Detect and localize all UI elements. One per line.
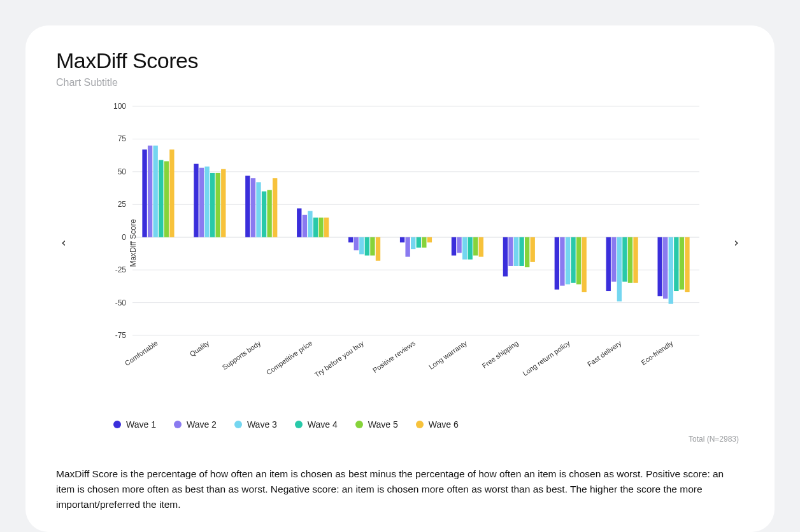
legend-label: Wave 3 — [247, 419, 277, 430]
category-label: Long warranty — [427, 339, 468, 371]
bar-chart-svg: -75-50-250255075100ComfortableQualitySup… — [94, 100, 706, 386]
bar — [308, 211, 312, 237]
legend-item[interactable]: Wave 3 — [234, 419, 277, 430]
bar — [633, 237, 638, 283]
bar — [256, 182, 261, 237]
legend-label: Wave 4 — [308, 419, 338, 430]
bar — [169, 150, 174, 237]
legend-label: Wave 2 — [187, 419, 217, 430]
legend-swatch — [234, 421, 242, 428]
bar — [142, 150, 146, 237]
bar — [669, 237, 673, 304]
bar — [267, 190, 271, 237]
bar — [519, 237, 524, 266]
bar — [560, 237, 564, 286]
bar — [427, 237, 432, 242]
bar — [411, 237, 415, 249]
bar — [566, 237, 570, 284]
bar — [468, 237, 473, 260]
bar — [297, 208, 301, 237]
legend-swatch — [416, 421, 424, 428]
chart-plot-area: MaxDiff Score -75-50-250255075100Comfort… — [71, 100, 729, 386]
category-label: Try before you buy — [313, 339, 366, 379]
svg-text:0: 0 — [122, 233, 126, 242]
bar — [400, 237, 404, 242]
bar — [405, 237, 410, 257]
bar — [674, 237, 678, 291]
bar — [582, 237, 586, 292]
bar — [473, 237, 478, 256]
legend-item[interactable]: Wave 6 — [416, 419, 459, 430]
bar — [680, 237, 684, 290]
bar — [628, 237, 632, 283]
legend-label: Wave 6 — [429, 419, 459, 430]
legend-label: Wave 1 — [126, 419, 156, 430]
category-label: Free shipping — [480, 339, 519, 370]
category-label: Quality — [189, 339, 211, 358]
chart-card: MaxDiff Scores Chart Subtitle MaxDiff Sc… — [25, 25, 775, 532]
prev-chart-button[interactable] — [56, 235, 71, 251]
category-label: Supports body — [220, 339, 262, 372]
bar — [204, 167, 209, 237]
bar — [514, 237, 518, 266]
category-label: Fast delivery — [586, 339, 623, 368]
bar — [525, 237, 529, 267]
bar — [148, 146, 152, 237]
bar — [221, 169, 225, 237]
bar — [422, 237, 426, 248]
bar — [657, 237, 662, 297]
bar — [571, 237, 575, 283]
chart-footnote: Total (N=2983) — [56, 435, 739, 444]
bar — [359, 237, 364, 255]
bar — [365, 237, 369, 256]
category-label: Positive reviews — [371, 339, 417, 374]
bar — [503, 237, 508, 277]
legend-item[interactable]: Wave 2 — [174, 419, 217, 430]
legend-item[interactable]: Wave 1 — [113, 419, 156, 430]
bar — [303, 215, 307, 237]
bar — [153, 146, 157, 237]
legend-item[interactable]: Wave 5 — [355, 419, 398, 430]
bar — [617, 237, 622, 302]
svg-text:-75: -75 — [115, 331, 127, 340]
bar — [376, 237, 380, 261]
chart-title: MaxDiff Scores — [56, 48, 744, 73]
legend-swatch — [355, 421, 363, 428]
bar — [194, 164, 198, 237]
category-label: Competitive price — [265, 339, 313, 377]
legend-swatch — [295, 421, 303, 428]
bar — [199, 168, 204, 237]
chart-legend: Wave 1Wave 2Wave 3Wave 4Wave 5Wave 6 — [113, 419, 744, 430]
bar — [576, 237, 581, 284]
svg-text:50: 50 — [118, 167, 127, 176]
bar — [479, 237, 483, 257]
bar — [354, 237, 359, 251]
legend-swatch — [113, 421, 121, 428]
bar — [531, 237, 535, 262]
chart-subtitle: Chart Subtitle — [56, 77, 744, 88]
bar — [273, 178, 277, 237]
svg-text:75: 75 — [118, 134, 127, 143]
svg-text:-50: -50 — [115, 298, 127, 307]
svg-text:-25: -25 — [115, 265, 127, 274]
category-label: Long return policy — [521, 339, 571, 377]
bar — [663, 237, 668, 299]
bar — [348, 237, 353, 242]
chevron-left-icon — [59, 239, 68, 248]
category-label: Comfortable — [124, 339, 159, 367]
legend-item[interactable]: Wave 4 — [295, 419, 338, 430]
category-label: Eco-friendly — [639, 339, 675, 367]
next-chart-button[interactable] — [729, 235, 744, 251]
y-axis-label: MaxDiff Score — [129, 219, 138, 267]
bar — [159, 160, 163, 237]
bar — [622, 237, 627, 282]
bar — [313, 218, 318, 237]
bar — [457, 237, 461, 253]
legend-swatch — [174, 421, 182, 428]
bar — [324, 218, 329, 237]
bar — [210, 173, 215, 237]
bar — [216, 173, 220, 237]
bar — [245, 176, 250, 237]
bar — [251, 178, 255, 237]
legend-label: Wave 5 — [368, 419, 398, 430]
